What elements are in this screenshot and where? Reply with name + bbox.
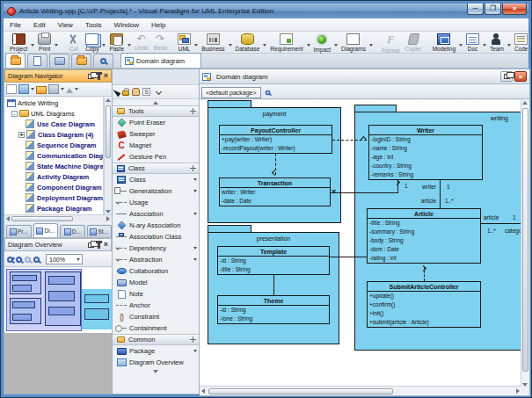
- palette-scroll-down[interactable]: [113, 368, 199, 374]
- lock-tool-icon[interactable]: [122, 90, 129, 96]
- tab-model-explorer[interactable]: [27, 54, 47, 68]
- dock-icon[interactable]: [190, 108, 196, 114]
- breadcrumb-search-icon[interactable]: [265, 90, 270, 96]
- palette-scroll-up[interactable]: [113, 99, 199, 105]
- format-copier-button[interactable]: FFormat: [379, 32, 403, 54]
- scroll-right-arrow[interactable]: [106, 216, 110, 221]
- menu-tools[interactable]: Tools: [79, 21, 108, 29]
- collapse-button[interactable]: [66, 88, 73, 93]
- requirement-button[interactable]: Requirement: [267, 32, 305, 52]
- redo-button[interactable]: ↷Redo: [151, 32, 171, 51]
- class-article[interactable]: Article -title : String -summary : Strin…: [367, 208, 481, 264]
- palette-item-generalization[interactable]: Generalization: [113, 185, 199, 197]
- sort-button[interactable]: [48, 84, 59, 94]
- palette-item-constraint[interactable]: {}Constraint: [113, 311, 199, 322]
- tab-diagram-overview[interactable]: Di...: [33, 223, 59, 237]
- print-dropdown[interactable]: [55, 44, 58, 47]
- modeling-button[interactable]: Modeling: [430, 32, 458, 52]
- requirement-dropdown[interactable]: [307, 44, 310, 47]
- database-button[interactable]: Database: [233, 32, 263, 52]
- zoom-fit-icon[interactable]: [33, 257, 40, 263]
- palette-item-gesture-pen[interactable]: Gesture Pen: [113, 151, 199, 163]
- menu-window[interactable]: Window: [108, 21, 145, 29]
- close-panel-icon[interactable]: ×: [104, 72, 108, 80]
- doc-button[interactable]: Doc: [463, 32, 482, 52]
- association-dropdown[interactable]: [193, 213, 197, 215]
- palette-item-sweeper[interactable]: Sweeper: [113, 128, 199, 140]
- palette-item-note[interactable]: Note: [113, 288, 199, 300]
- palette-item-collaboration[interactable]: Collaboration: [113, 265, 199, 277]
- palette-item-magnet[interactable]: CMagnet: [113, 140, 199, 151]
- tree-item-sequence-diagram[interactable]: Sequence Diagram: [4, 140, 103, 150]
- class-theme[interactable]: Theme -id : String -tone : String: [217, 295, 330, 324]
- tree-item-communication-diagram[interactable]: Communication Diagram: [4, 150, 103, 161]
- tab-search[interactable]: [93, 54, 113, 68]
- database-dropdown[interactable]: [263, 44, 266, 47]
- team-dropdown[interactable]: [507, 44, 511, 47]
- palette-item-diagram-overview[interactable]: Diagram Overview: [113, 357, 199, 368]
- diagram-canvas[interactable]: payment presentation writing PayoutContr…: [200, 100, 521, 387]
- collapse-dropdown[interactable]: [75, 88, 78, 90]
- association-template-article[interactable]: [330, 257, 367, 257]
- paste-button[interactable]: Paste: [106, 32, 127, 52]
- association-template-theme[interactable]: [273, 275, 274, 295]
- expand-node-icon[interactable]: +: [18, 132, 25, 138]
- palette-item-anchor[interactable]: Anchor: [113, 300, 199, 311]
- uml-button[interactable]: UML: [175, 32, 193, 52]
- palette-item-usage[interactable]: Usage: [113, 197, 199, 208]
- scroll-left-arrow[interactable]: [201, 388, 205, 394]
- scroll-up-arrow[interactable]: [522, 101, 528, 105]
- association-writer-article[interactable]: [440, 180, 441, 208]
- scroll-thumb[interactable]: [11, 216, 73, 221]
- palette-item-model[interactable]: Model: [113, 277, 199, 288]
- class-transaction[interactable]: Transaction writer : Writer -date : Date: [219, 177, 331, 206]
- association-transaction-writer[interactable]: [331, 192, 397, 193]
- float-diagram-button[interactable]: [500, 71, 513, 82]
- menu-view[interactable]: View: [52, 21, 79, 29]
- menu-help[interactable]: Help: [145, 21, 171, 29]
- scroll-down-arrow[interactable]: [106, 210, 111, 213]
- code-button[interactable]: Code: [512, 32, 531, 52]
- tab-class-repository[interactable]: [49, 54, 69, 68]
- zoom-out-icon[interactable]: -: [16, 257, 22, 263]
- palette-item-package[interactable]: Package: [113, 345, 199, 357]
- palette-section-tools[interactable]: Tools: [113, 105, 199, 117]
- maximize-button[interactable]: ❐: [485, 4, 501, 15]
- class-template[interactable]: Template -id : String -title : String: [217, 246, 330, 275]
- abstraction-dropdown[interactable]: [193, 258, 197, 261]
- menu-file[interactable]: File: [4, 21, 27, 29]
- document-tab-domain-diagram[interactable]: Domain diagram: [120, 53, 201, 68]
- tab-documentation[interactable]: D...: [60, 225, 85, 237]
- palette-item-containment[interactable]: Containment: [113, 322, 199, 334]
- impact-dropdown[interactable]: [334, 44, 338, 47]
- scroll-thumb[interactable]: [208, 388, 393, 394]
- tree-item-package-diagram[interactable]: Package Diagram: [4, 203, 103, 213]
- dock-icon[interactable]: [190, 165, 196, 171]
- palette-section-common[interactable]: Common: [113, 334, 199, 345]
- palette-item-nary-association[interactable]: N-ary Association: [113, 220, 199, 231]
- select-tool-icon[interactable]: [113, 87, 122, 97]
- collapse-node-icon[interactable]: -: [11, 111, 18, 117]
- tree-item-state-machine-diagram[interactable]: State Machine Diagram: [4, 161, 103, 171]
- doc-dropdown[interactable]: [483, 44, 486, 47]
- minimap-viewport[interactable]: [6, 269, 82, 331]
- canvas-horizontal-scrollbar[interactable]: [200, 386, 521, 395]
- palette-item-abstraction[interactable]: Abstraction: [113, 254, 199, 265]
- tree-item-component-diagram[interactable]: Component Diagram: [4, 182, 103, 192]
- diagram-overview-minimap[interactable]: [4, 268, 112, 394]
- diagram-type-dropdown[interactable]: [31, 88, 34, 90]
- tree-item-class-diagram[interactable]: +Class Diagram (4): [4, 129, 103, 140]
- project-button[interactable]: Project: [7, 32, 30, 52]
- sticky-tool-button[interactable]: S: [142, 88, 150, 96]
- cut-button[interactable]: Cut: [64, 32, 83, 52]
- palette-item-point-eraser[interactable]: Point Eraser: [113, 117, 199, 128]
- tree-item-activity-diagram[interactable]: Activity Diagram: [4, 171, 103, 182]
- diagrams-dropdown[interactable]: [369, 44, 373, 47]
- scroll-thumb[interactable]: [522, 108, 528, 372]
- class-payoutcontroller[interactable]: PayoutController +pay(writer : Writer) -…: [219, 125, 332, 154]
- package-breadcrumb[interactable]: <default package>: [201, 87, 261, 98]
- canvas-vertical-scrollbar[interactable]: [521, 100, 529, 387]
- tree-horizontal-scrollbar[interactable]: [4, 214, 112, 222]
- palette-item-association-class[interactable]: Association Class: [113, 231, 199, 242]
- scroll-down-arrow[interactable]: [522, 383, 528, 387]
